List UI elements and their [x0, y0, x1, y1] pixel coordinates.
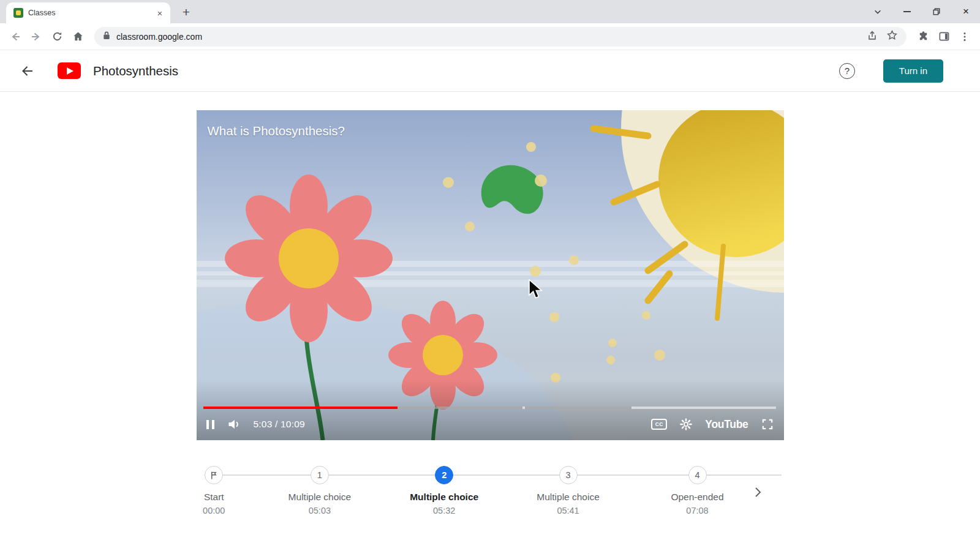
classroom-favicon-icon [13, 8, 23, 18]
timeline-step-label: Multiple choice [288, 492, 352, 503]
captions-icon[interactable]: CC [651, 419, 667, 430]
video-time: 5:03 / 10:09 [254, 419, 305, 430]
timeline-step-label: Multiple choice [410, 492, 478, 503]
tab-title: Classes [28, 9, 149, 17]
timeline-step-label: Start [204, 492, 224, 503]
restore-icon[interactable] [931, 6, 942, 17]
chevron-down-icon[interactable] [872, 6, 883, 17]
tab-strip: Classes × + × [0, 0, 980, 23]
timeline-step-time: 05:41 [557, 506, 579, 515]
timeline-step-time: 05:32 [433, 506, 455, 515]
extensions-icon[interactable] [914, 28, 932, 46]
timeline-step-time: 07:08 [686, 506, 708, 515]
progress-question-marker [631, 407, 634, 409]
chevron-right-icon[interactable] [750, 484, 766, 500]
lock-icon [103, 31, 110, 42]
step-number: 4 [688, 466, 707, 484]
step-number: 2 [435, 466, 453, 484]
timeline-step-4[interactable]: 4 Open-ended 07:08 [639, 466, 756, 515]
settings-icon[interactable] [679, 418, 693, 431]
player-controls: 5:03 / 10:09 CC YouTube [206, 414, 774, 434]
page-title: Photosynthesis [93, 64, 178, 78]
video-progress-played [203, 407, 398, 409]
timeline-step-2[interactable]: 2 Multiple choice 05:32 [386, 466, 502, 515]
pause-icon[interactable] [206, 420, 214, 429]
menu-icon[interactable] [956, 28, 974, 46]
side-panel-icon[interactable] [935, 28, 953, 46]
mouse-cursor-icon [527, 279, 545, 302]
help-icon[interactable]: ? [839, 63, 855, 79]
back-arrow-icon[interactable] [18, 62, 37, 80]
timeline-step-label: Open-ended [671, 492, 723, 503]
timeline-step-time: 05:03 [309, 506, 331, 515]
new-tab-button[interactable]: + [178, 4, 195, 21]
back-icon[interactable] [6, 28, 24, 46]
video-player[interactable]: What is Photosynthesis? 5:03 / 10:09 CC … [197, 110, 784, 440]
assignment-header: Photosynthesis ? Turn in [0, 50, 980, 92]
timeline-step-label: Multiple choice [537, 492, 600, 503]
address-bar: classroom.google.com [0, 23, 980, 50]
flag-icon [205, 466, 223, 484]
step-number: 3 [559, 466, 578, 484]
question-timeline: Start 00:00 1 Multiple choice 05:03 2 Mu… [197, 466, 784, 539]
youtube-wordmark[interactable]: YouTube [705, 418, 748, 431]
timeline-step-3[interactable]: 3 Multiple choice 05:41 [510, 466, 627, 515]
progress-question-marker [522, 407, 525, 409]
turn-in-button[interactable]: Turn in [883, 59, 943, 83]
timeline-step-time: 00:00 [203, 506, 225, 515]
tab-close-icon[interactable]: × [154, 7, 165, 18]
video-progress-bar[interactable] [203, 407, 776, 409]
reload-icon[interactable] [48, 28, 66, 46]
close-icon[interactable]: × [960, 6, 971, 17]
timeline-step-start[interactable]: Start 00:00 [156, 466, 272, 515]
bookmark-star-icon[interactable] [886, 29, 898, 43]
fullscreen-icon[interactable] [761, 418, 774, 431]
browser-tab-classes[interactable]: Classes × [6, 2, 170, 23]
youtube-logo-icon [58, 62, 81, 79]
video-frame[interactable] [197, 110, 784, 440]
window-controls: × [872, 0, 971, 23]
timeline-step-1[interactable]: 1 Multiple choice 05:03 [262, 466, 378, 515]
volume-icon[interactable] [227, 417, 241, 432]
video-overlay-title: What is Photosynthesis? [208, 124, 345, 138]
forward-icon[interactable] [27, 28, 45, 46]
url-text: classroom.google.com [116, 32, 861, 42]
step-number: 1 [311, 466, 329, 484]
share-icon[interactable] [867, 30, 878, 43]
minimize-icon[interactable] [902, 6, 913, 17]
url-bar[interactable]: classroom.google.com [94, 27, 907, 47]
home-icon[interactable] [69, 28, 87, 46]
